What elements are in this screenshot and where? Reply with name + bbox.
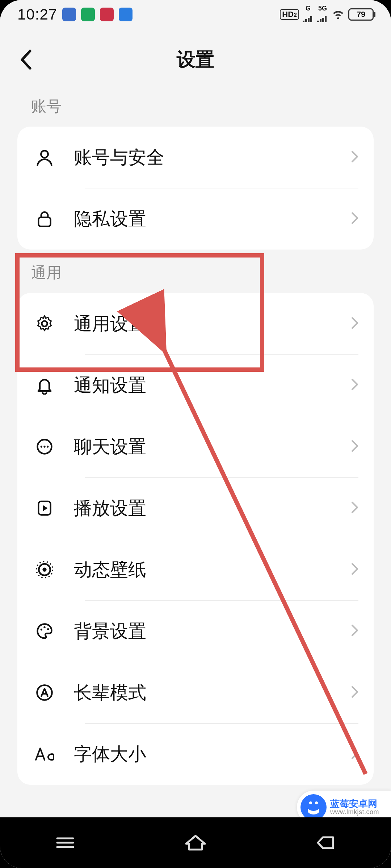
chevron-right-icon xyxy=(351,317,358,331)
svg-point-17 xyxy=(315,801,318,804)
row-general-settings[interactable]: 通用设置 xyxy=(17,293,374,354)
page-title: 设置 xyxy=(177,47,214,72)
row-chat[interactable]: 聊天设置 xyxy=(17,416,374,477)
chevron-right-icon xyxy=(351,747,358,761)
font-size-icon xyxy=(31,745,58,763)
chevron-right-icon xyxy=(351,440,358,454)
svg-point-5 xyxy=(43,446,45,447)
svg-point-6 xyxy=(47,446,49,447)
row-label: 字体大小 xyxy=(74,742,351,766)
row-label: 背景设置 xyxy=(74,619,351,643)
svg-point-0 xyxy=(41,151,48,158)
status-time: 10:27 xyxy=(17,6,57,23)
bell-icon xyxy=(31,376,58,395)
palette-icon xyxy=(31,622,58,641)
signal-bars-icon xyxy=(317,12,328,24)
row-privacy[interactable]: 隐私设置 xyxy=(17,188,374,250)
row-font-size[interactable]: 字体大小 xyxy=(17,723,374,785)
elder-a-icon xyxy=(31,683,58,702)
row-label: 播放设置 xyxy=(74,496,351,520)
svg-point-2 xyxy=(42,321,47,326)
device-frame: 10:27 HD 2 G 5G xyxy=(0,0,391,868)
signal-2-label: 5G xyxy=(318,5,327,12)
chevron-left-icon xyxy=(19,50,32,70)
chevron-right-icon xyxy=(351,378,358,392)
statusbar-app-icon-3 xyxy=(100,8,114,21)
lock-icon xyxy=(31,209,58,228)
row-label: 聊天设置 xyxy=(74,435,351,459)
row-live-wallpaper[interactable]: 动态壁纸 xyxy=(17,539,374,600)
signal-1: G xyxy=(303,5,314,24)
chat-icon xyxy=(31,437,58,456)
statusbar-app-icon-4 xyxy=(119,8,133,21)
gear-icon xyxy=(31,314,58,333)
system-nav-bar xyxy=(0,817,391,868)
target-icon xyxy=(31,560,58,579)
row-elder-mode[interactable]: 长辈模式 xyxy=(17,662,374,723)
page-header: 设置 xyxy=(0,36,391,83)
wifi-icon xyxy=(332,8,345,22)
row-account-security[interactable]: 账号与安全 xyxy=(17,127,374,188)
row-notification[interactable]: 通知设置 xyxy=(17,354,374,416)
signal-bars-icon xyxy=(303,12,314,24)
user-icon xyxy=(31,148,58,167)
hd-label: HD xyxy=(282,10,294,19)
row-label: 通用设置 xyxy=(74,312,351,336)
settings-content[interactable]: 账号 账号与安全 隐私设置 通用 xyxy=(0,83,391,817)
chevron-right-icon xyxy=(351,150,358,164)
row-label: 动态壁纸 xyxy=(74,558,351,582)
hd-sub: 2 xyxy=(294,12,297,18)
svg-point-9 xyxy=(42,567,46,571)
hd-icon: HD 2 xyxy=(280,9,299,20)
status-bar-right: HD 2 G 5G 79 xyxy=(280,5,374,24)
row-label: 通知设置 xyxy=(74,373,351,397)
watermark-title: 蓝莓安卓网 xyxy=(330,799,379,809)
battery-percent: 79 xyxy=(357,10,365,19)
chevron-right-icon xyxy=(351,624,358,638)
svg-point-4 xyxy=(41,446,42,447)
watermark-logo-icon xyxy=(300,794,327,820)
svg-point-16 xyxy=(309,801,312,804)
statusbar-app-icon-1 xyxy=(62,8,76,21)
back-button[interactable] xyxy=(13,47,38,72)
status-bar: 10:27 HD 2 G 5G xyxy=(0,0,391,29)
nav-home-button[interactable] xyxy=(174,832,217,854)
watermark-text: 蓝莓安卓网 www.lmkjst.com xyxy=(330,799,379,816)
row-label: 隐私设置 xyxy=(74,207,351,231)
general-card: 通用设置 通知设置 聊天设置 xyxy=(17,293,374,785)
chevron-right-icon xyxy=(351,686,358,699)
row-background[interactable]: 背景设置 xyxy=(17,600,374,662)
svg-point-14 xyxy=(37,685,52,700)
svg-point-11 xyxy=(41,629,42,630)
statusbar-app-icon-2 xyxy=(81,8,95,21)
watermark-url: www.lmkjst.com xyxy=(330,809,379,816)
play-icon xyxy=(31,498,58,518)
chevron-right-icon xyxy=(351,563,358,576)
row-label: 账号与安全 xyxy=(74,145,351,170)
row-label: 长辈模式 xyxy=(74,681,351,705)
signal-1-label: G xyxy=(306,5,311,12)
svg-point-12 xyxy=(43,626,45,628)
chevron-right-icon xyxy=(351,501,358,515)
nav-back-button[interactable] xyxy=(304,832,348,854)
row-playback[interactable]: 播放设置 xyxy=(17,477,374,539)
section-label-account: 账号 xyxy=(0,83,391,127)
section-label-general: 通用 xyxy=(0,250,391,293)
battery-icon: 79 xyxy=(348,8,374,21)
nav-recents-button[interactable] xyxy=(43,832,87,854)
svg-rect-1 xyxy=(38,217,50,226)
signal-2: 5G xyxy=(317,5,328,24)
account-card: 账号与安全 隐私设置 xyxy=(17,127,374,250)
chevron-right-icon xyxy=(351,212,358,226)
svg-point-13 xyxy=(47,628,49,630)
status-bar-left: 10:27 xyxy=(17,6,133,23)
